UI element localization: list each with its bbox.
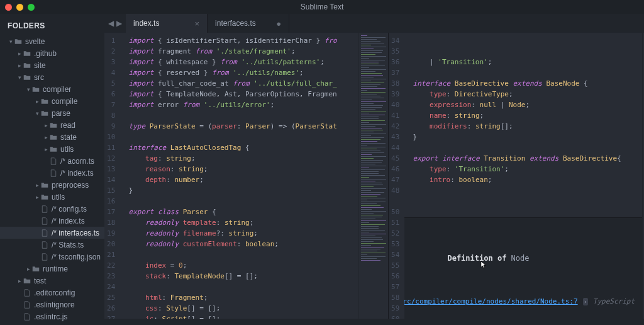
file-item[interactable]: .editorconfig — [0, 287, 104, 299]
file-item[interactable]: .eslintignore — [0, 299, 104, 311]
disclosure-arrow-icon[interactable]: ▸ — [43, 122, 49, 128]
folder-item[interactable]: ▸runtime — [0, 263, 104, 275]
folder-item[interactable]: ▸compile — [0, 95, 104, 107]
tree-item-label: read — [60, 121, 75, 130]
disclosure-arrow-icon[interactable]: ▸ — [43, 134, 49, 140]
folder-icon — [23, 74, 31, 81]
definition-heading: Definition of Node — [404, 243, 635, 273]
titlebar: Sublime Text — [0, 0, 644, 14]
horizontal-scrollbar[interactable] — [104, 319, 644, 325]
file-icon — [40, 205, 49, 213]
file-icon — [23, 289, 31, 297]
folder-icon — [31, 265, 40, 273]
minimize-window-icon[interactable] — [16, 4, 23, 11]
disclosure-arrow-icon[interactable]: ▾ — [25, 86, 31, 93]
tree-item-label: svelte — [25, 37, 45, 46]
tree-item-label: parse — [52, 109, 70, 118]
folder-item[interactable]: ▾src — [0, 71, 104, 83]
file-item[interactable]: /* index.ts — [0, 167, 104, 179]
minimap[interactable] — [358, 33, 388, 319]
definition-row[interactable]: c src/compiler/compile/nodes/shared/Node… — [404, 296, 635, 307]
file-icon — [49, 157, 58, 165]
editor-pane-right[interactable]: 3435363738394041424344454647485051525354… — [388, 33, 644, 319]
tree-item-label: .editorconfig — [34, 288, 75, 297]
tab-label: index.ts — [133, 19, 159, 28]
goto-arrow-icon[interactable]: › — [583, 298, 588, 305]
folder-item[interactable]: ▸utils — [0, 143, 104, 155]
folder-item[interactable]: ▸state — [0, 131, 104, 143]
file-item[interactable]: /* config.ts — [0, 203, 104, 215]
tree-item-label: /* config.ts — [52, 205, 87, 214]
editor-pane-left[interactable]: 1234567891011121314151617181920212223242… — [104, 33, 388, 319]
folder-item[interactable]: ▸test — [0, 275, 104, 287]
close-window-icon[interactable] — [5, 4, 12, 11]
disclosure-arrow-icon[interactable]: ▾ — [8, 38, 14, 45]
file-item[interactable]: /* index.ts — [0, 215, 104, 227]
disclosure-arrow-icon[interactable]: ▸ — [25, 266, 31, 272]
disclosure-arrow-icon[interactable]: ▸ — [16, 278, 23, 284]
folder-icon — [40, 181, 49, 189]
folder-icon — [49, 122, 58, 129]
file-item[interactable]: .gitattributes — [0, 322, 104, 325]
disclosure-arrow-icon[interactable]: ▾ — [16, 74, 23, 81]
file-item[interactable]: /* interfaces.ts — [0, 227, 104, 239]
disclosure-arrow-icon[interactable]: ▸ — [43, 146, 49, 152]
folder-item[interactable]: ▸.github — [0, 47, 104, 59]
nav-forward-icon[interactable]: ▶ — [116, 19, 122, 28]
tree-item-label: /* tsconfig.json — [52, 253, 101, 261]
window-controls[interactable] — [5, 4, 35, 11]
tree-item-label: compile — [52, 97, 77, 106]
folder-item[interactable]: ▸utils — [0, 191, 104, 203]
code-content[interactable]: import { isIdentifierStart, isIdentifier… — [120, 33, 358, 319]
file-icon — [40, 229, 49, 237]
tab[interactable]: interfaces.ts● — [208, 14, 289, 33]
folder-icon — [49, 145, 58, 153]
disclosure-arrow-icon[interactable]: ▸ — [16, 50, 23, 57]
line-gutter: 1234567891011121314151617181920212223242… — [104, 33, 120, 319]
folder-item[interactable]: ▸site — [0, 59, 104, 71]
folder-item[interactable]: ▾svelte — [0, 35, 104, 47]
folder-icon — [40, 193, 49, 201]
line-gutter: 3435363738394041424344454647485051525354… — [389, 33, 404, 319]
folder-icon — [23, 62, 31, 69]
goto-definition-panel[interactable]: Definition of Node c src/compiler/compil… — [404, 217, 642, 319]
disclosure-arrow-icon[interactable]: ▸ — [34, 182, 40, 188]
language-label: TypeScript — [593, 297, 635, 307]
file-icon — [40, 241, 49, 249]
tree-item-label: utils — [60, 145, 74, 154]
file-item[interactable]: /* tsconfig.json — [0, 251, 104, 263]
file-item[interactable]: .eslintrc.js — [0, 311, 104, 322]
tree-item-label: site — [34, 61, 46, 70]
nav-back-icon[interactable]: ◀ — [108, 19, 114, 28]
tree-item-label: .eslintrc.js — [34, 312, 67, 321]
disclosure-arrow-icon[interactable]: ▸ — [34, 194, 40, 200]
file-item[interactable]: /* acorn.ts — [0, 155, 104, 167]
disclosure-arrow-icon[interactable]: ▸ — [34, 98, 40, 105]
file-icon — [40, 253, 49, 261]
disclosure-arrow-icon[interactable]: ▸ — [16, 62, 23, 69]
tree-item-label: runtime — [43, 265, 68, 273]
folder-icon — [40, 110, 49, 117]
app-title: Sublime Text — [301, 3, 343, 11]
folder-item[interactable]: ▾compiler — [0, 83, 104, 95]
folder-item[interactable]: ▸preprocess — [0, 179, 104, 191]
tab[interactable]: index.ts× — [126, 14, 208, 33]
tree-item-label: .eslintignore — [34, 300, 75, 309]
tree-item-label: /* interfaces.ts — [52, 229, 99, 237]
folder-item[interactable]: ▸read — [0, 119, 104, 131]
disclosure-arrow-icon[interactable]: ▾ — [34, 110, 40, 117]
tab-history-nav[interactable]: ◀ ▶ — [104, 14, 126, 33]
tree-item-label: test — [34, 277, 46, 285]
code-content[interactable]: | 'Transition'; interface BaseDirective … — [404, 33, 642, 319]
file-icon — [23, 301, 31, 309]
tab-dirty-icon[interactable]: ● — [276, 19, 281, 28]
tree-item-label: utils — [52, 193, 65, 202]
tab-close-icon[interactable]: × — [194, 19, 199, 28]
definition-link[interactable]: src/compiler/compile/nodes/shared/Node.t… — [404, 297, 577, 307]
folder-item[interactable]: ▾parse — [0, 107, 104, 119]
tree-item-label: .github — [34, 49, 57, 58]
file-item[interactable]: /* Stats.ts — [0, 239, 104, 251]
tree-item-label: /* acorn.ts — [60, 157, 94, 166]
folder-tree[interactable]: ▾svelte▸.github▸site▾src▾compiler▸compil… — [0, 35, 104, 325]
maximize-window-icon[interactable] — [28, 4, 35, 11]
